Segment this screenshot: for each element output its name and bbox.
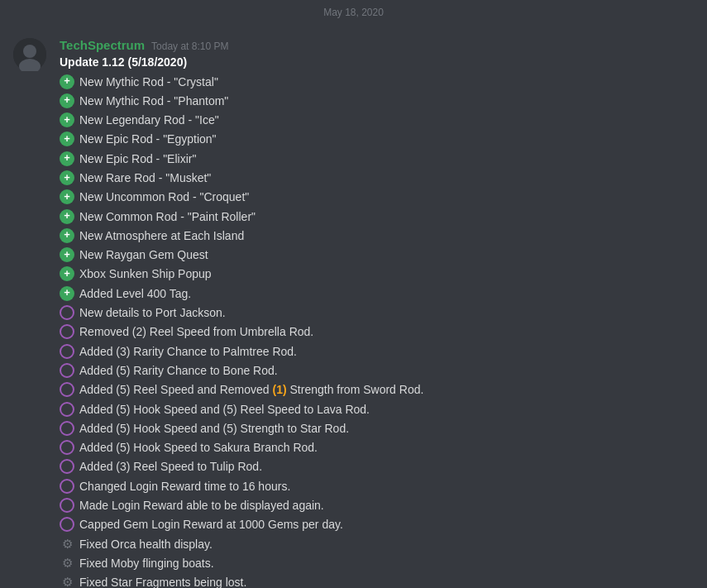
list-item: + Xbox Sunken Ship Popup [60, 265, 694, 284]
avatar [13, 38, 46, 71]
list-item: Capped Gem Login Reward at 1000 Gems per… [60, 515, 694, 534]
list-item: Added (3) Rarity Chance to Palmtree Rod. [60, 342, 694, 361]
circle-icon [60, 305, 74, 320]
plus-icon: + [60, 74, 74, 89]
gear-icon: ⚙ [60, 537, 74, 552]
circle-icon [60, 421, 74, 436]
list-item: Changed Login Reward time to 16 hours. [60, 476, 694, 495]
circle-icon [60, 402, 74, 417]
list-item: + New Epic Rod - "Elixir" [60, 149, 694, 168]
list-item: Added (5) Hook Speed and (5) Reel Speed … [60, 399, 694, 418]
plus-icon: + [60, 266, 74, 281]
list-item: + New Rare Rod - "Musket" [60, 168, 694, 187]
circle-icon [60, 479, 74, 494]
list-item: + New Uncommon Rod - "Croquet" [60, 188, 694, 207]
list-item: Made Login Reward able to be displayed a… [60, 496, 694, 515]
list-item: New details to Port Jackson. [60, 304, 694, 323]
circle-icon [60, 440, 74, 455]
date-divider: May 18, 2020 [0, 0, 707, 25]
username: TechSpectrum [60, 38, 145, 52]
circle-icon [60, 459, 74, 474]
list-item: + New Atmosphere at Each Island [60, 226, 694, 245]
plus-icon: + [60, 151, 74, 166]
message-header: TechSpectrum Today at 8:10 PM [60, 38, 694, 52]
message-container: TechSpectrum Today at 8:10 PM Update 1.1… [0, 25, 707, 588]
plus-icon: + [60, 228, 74, 243]
list-item: + New Mythic Rod - "Crystal" [60, 72, 694, 91]
update-title: Update 1.12 (5/18/2020) [60, 55, 694, 69]
gear-icon: ⚙ [60, 575, 74, 588]
circle-icon [60, 498, 74, 513]
list-item: Added (5) Rarity Chance to Bone Rod. [60, 361, 694, 380]
list-item: Added (5) Hook Speed to Sakura Branch Ro… [60, 438, 694, 457]
list-item: + Added Level 400 Tag. [60, 284, 694, 303]
svg-point-1 [23, 45, 36, 58]
circle-icon [60, 324, 74, 339]
item-list: + New Mythic Rod - "Crystal" + New Mythi… [60, 72, 694, 588]
list-item: ⚙ Fixed Orca health display. [60, 534, 694, 553]
plus-icon: + [60, 170, 74, 185]
plus-icon: + [60, 209, 74, 224]
list-item: + New Mythic Rod - "Phantom" [60, 91, 694, 110]
plus-icon: + [60, 247, 74, 262]
plus-icon: + [60, 189, 74, 204]
list-item: ⚙ Fixed Star Fragments being lost. [60, 573, 694, 588]
list-item: Removed (2) Reel Speed from Umbrella Rod… [60, 323, 694, 342]
gear-icon: ⚙ [60, 556, 74, 571]
list-item: + New Common Rod - "Paint Roller" [60, 207, 694, 226]
circle-icon [60, 363, 74, 378]
list-item: ⚙ Fixed Moby flinging boats. [60, 553, 694, 572]
plus-icon: + [60, 93, 74, 108]
timestamp: Today at 8:10 PM [151, 41, 228, 52]
list-item: + New Raygan Gem Quest [60, 246, 694, 265]
circle-icon [60, 517, 74, 532]
circle-icon [60, 382, 74, 397]
plus-icon: + [60, 112, 74, 127]
list-item: Added (5) Reel Speed and Removed (1) Str… [60, 380, 694, 399]
message-body: TechSpectrum Today at 8:10 PM Update 1.1… [60, 38, 694, 588]
list-item: + New Legendary Rod - "Ice" [60, 111, 694, 130]
list-item: + New Epic Rod - "Egyption" [60, 130, 694, 149]
list-item: Added (5) Hook Speed and (5) Strength to… [60, 418, 694, 437]
list-item: Added (3) Reel Speed to Tulip Rod. [60, 457, 694, 476]
plus-icon: + [60, 131, 74, 146]
plus-icon: + [60, 286, 74, 301]
circle-icon [60, 344, 74, 359]
